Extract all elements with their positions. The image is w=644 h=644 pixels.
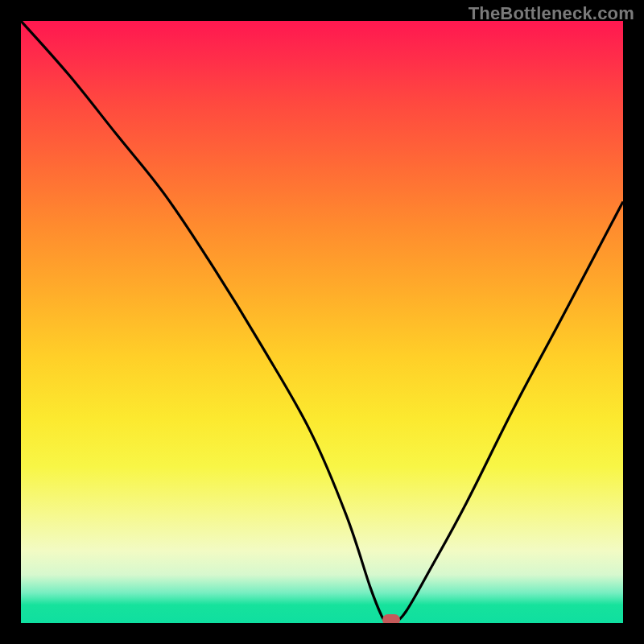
optimal-point-marker bbox=[382, 614, 400, 623]
watermark-text: TheBottleneck.com bbox=[469, 3, 634, 24]
chart-frame: TheBottleneck.com bbox=[0, 0, 644, 644]
plot-area bbox=[21, 21, 623, 623]
bottleneck-curve bbox=[21, 21, 623, 623]
curve-path bbox=[21, 21, 623, 623]
